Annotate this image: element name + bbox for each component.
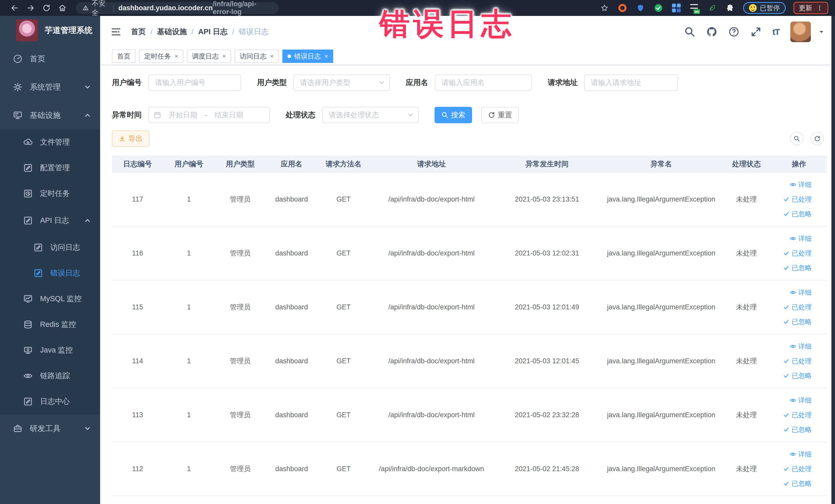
sidebar-item-file-management[interactable]: 文件管理 — [0, 129, 100, 155]
sidebar-item-access-logs[interactable]: 访问日志 — [0, 235, 100, 260]
sidebar-item-infrastructure[interactable]: 基础设施 — [0, 101, 100, 129]
close-icon[interactable]: × — [175, 53, 178, 60]
mark-processed-link[interactable]: 已处理 — [783, 249, 812, 258]
breadcrumb-api-logs[interactable]: API 日志 — [198, 27, 227, 37]
user-type-select[interactable] — [293, 75, 390, 91]
sidebar-item-dev-tools[interactable]: 研发工具 — [0, 415, 100, 443]
browser-reload-icon[interactable] — [39, 2, 55, 14]
sidebar-item-redis-monitor[interactable]: Redis 监控 — [0, 312, 100, 337]
request-url-input[interactable] — [584, 75, 678, 91]
extension-ring-icon[interactable] — [617, 3, 628, 13]
github-icon[interactable] — [706, 26, 717, 38]
cell-user-type: 管理员 — [215, 334, 266, 388]
sidebar-item-mysql-monitor[interactable]: MySQL 监控 — [0, 286, 100, 312]
detail-link[interactable]: 详细 — [790, 180, 812, 189]
help-icon[interactable] — [728, 26, 739, 38]
extension-grid-icon[interactable] — [671, 3, 681, 13]
sidebar-item-config-management[interactable]: 配置管理 — [0, 155, 100, 181]
browser-menu-kebab-icon[interactable] — [816, 5, 823, 11]
refresh-table-button[interactable] — [811, 132, 824, 145]
mark-ignored-link[interactable]: 已忽略 — [783, 479, 812, 488]
calendar-icon — [154, 111, 161, 119]
browser-home-icon[interactable] — [55, 2, 70, 14]
detail-link[interactable]: 详细 — [790, 288, 812, 297]
sidebar-item-log-center[interactable]: 日志中心 — [0, 389, 100, 415]
chevron-down-icon — [84, 425, 91, 432]
browser-update-button[interactable]: 更新 — [793, 2, 828, 14]
app-name-input[interactable] — [435, 75, 532, 91]
mark-processed-link[interactable]: 已处理 — [783, 195, 812, 204]
detail-link[interactable]: 详细 — [790, 234, 812, 243]
tag-scheduled-tasks[interactable]: 定时任务× — [139, 49, 183, 63]
mark-ignored-link[interactable]: 已忽略 — [783, 425, 812, 434]
mark-ignored-link[interactable]: 已忽略 — [783, 209, 812, 219]
tag-dispatch-logs[interactable]: 调度日志× — [187, 49, 231, 63]
mark-ignored-link[interactable]: 已忽略 — [783, 371, 812, 380]
toggle-search-button[interactable] — [790, 132, 803, 145]
sidebar-item-scheduled-tasks[interactable]: 定时任务 — [0, 181, 100, 206]
search-button[interactable]: 搜索 — [434, 107, 472, 123]
breadcrumb-infrastructure[interactable]: 基础设施 — [157, 27, 187, 37]
eye-icon — [790, 397, 796, 404]
cell-log-id: 113 — [112, 388, 163, 442]
bookmark-star-icon[interactable] — [599, 3, 610, 13]
mark-processed-link[interactable]: 已处理 — [783, 303, 812, 312]
reset-button[interactable]: 重置 — [481, 107, 519, 123]
process-status-select[interactable] — [322, 107, 419, 123]
sidebar-item-java-monitor[interactable]: Java 监控 — [0, 337, 100, 363]
close-icon[interactable]: × — [324, 53, 328, 60]
browser-forward-icon[interactable] — [23, 2, 39, 14]
close-icon[interactable]: × — [222, 53, 226, 60]
extension-leaf-icon[interactable] — [707, 3, 717, 13]
browser-back-icon[interactable] — [7, 2, 23, 14]
detail-link[interactable]: 详细 — [790, 342, 812, 351]
address-bar[interactable]: 不安全 dashboard.yudao.iocoder.cn/infra/log… — [76, 2, 279, 14]
mark-processed-link[interactable]: 已处理 — [783, 357, 812, 366]
download-icon — [119, 135, 126, 142]
close-icon[interactable]: × — [270, 53, 273, 60]
eye-icon — [790, 451, 796, 458]
filter-label: 用户类型 — [257, 78, 287, 88]
search-icon — [441, 112, 448, 119]
sidebar-item-error-logs[interactable]: 错误日志 — [0, 260, 100, 286]
action-label: 已处理 — [792, 357, 812, 366]
breadcrumb-home[interactable]: 首页 — [131, 27, 146, 37]
extension-on-badge-icon[interactable]: on — [689, 3, 699, 13]
header-search-icon[interactable] — [684, 26, 695, 38]
extension-check-icon[interactable] — [653, 3, 664, 13]
table-toolbar: 导出 — [112, 130, 827, 147]
mark-processed-link[interactable]: 已处理 — [783, 464, 812, 473]
mark-processed-link[interactable]: 已处理 — [783, 410, 812, 420]
extension-shield-icon[interactable] — [635, 3, 646, 13]
avatar-caret-down-icon[interactable] — [818, 28, 825, 35]
avatar[interactable] — [790, 22, 811, 42]
export-button[interactable]: 导出 — [112, 130, 149, 147]
cell-process-status: 未处理 — [721, 226, 771, 280]
font-size-icon[interactable]: tT — [772, 27, 779, 37]
sidebar-item-system-management[interactable]: 系统管理 — [0, 73, 100, 101]
date-range-picker[interactable]: - — [148, 107, 270, 123]
breadcrumb-separator: / — [232, 28, 235, 36]
end-date-input[interactable] — [210, 111, 248, 119]
tag-access-logs[interactable]: 访问日志× — [235, 49, 279, 63]
table-row: 112 1 管理员 dashboard GET /api/infra/db-do… — [112, 442, 827, 496]
extensions-puzzle-icon[interactable] — [725, 3, 735, 13]
security-label[interactable]: 不安全 — [91, 0, 108, 17]
tag-error-logs[interactable]: 错误日志× — [282, 49, 333, 63]
sidebar-item-trace[interactable]: 链路追踪 — [0, 363, 100, 389]
action-label: 详细 — [798, 450, 812, 459]
paused-badge[interactable]: 已暂停 — [743, 2, 786, 14]
start-date-input[interactable] — [164, 111, 202, 119]
hamburger-icon[interactable] — [110, 27, 122, 37]
tag-home[interactable]: 首页 — [112, 49, 136, 63]
detail-link[interactable]: 详细 — [790, 450, 812, 459]
sidebar-item-home[interactable]: 首页 — [0, 45, 100, 73]
sidebar-item-api-logs[interactable]: API 日志 — [0, 206, 100, 235]
mark-ignored-link[interactable]: 已忽略 — [783, 317, 812, 326]
column-header: 请求地址 — [370, 156, 493, 172]
mark-ignored-link[interactable]: 已忽略 — [783, 263, 812, 273]
detail-link[interactable]: 详细 — [790, 396, 812, 405]
sidebar-item-label: 配置管理 — [40, 163, 70, 173]
fullscreen-icon[interactable] — [750, 26, 761, 38]
user-id-input[interactable] — [148, 75, 241, 91]
